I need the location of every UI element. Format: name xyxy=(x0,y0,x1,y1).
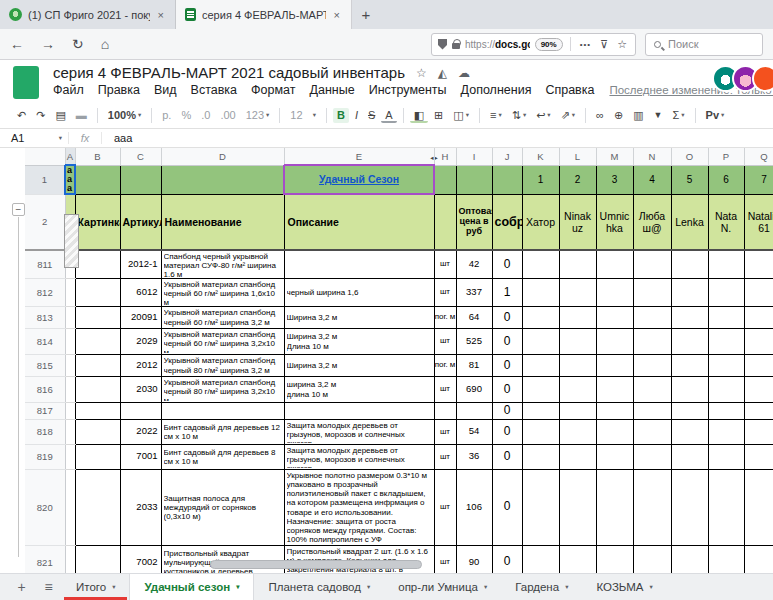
cell-E814[interactable]: Ширина 3,2 м Длина 10 м xyxy=(284,329,434,355)
cell-H814[interactable]: шт xyxy=(434,329,456,355)
cell-D813[interactable]: Укрывной материал спанбонд черный 60 г/м… xyxy=(161,307,284,329)
cell-I2[interactable]: Оптовая цена в руб xyxy=(456,194,492,250)
cell-J813[interactable]: 0 xyxy=(492,307,522,329)
name-box[interactable]: A1▾ xyxy=(0,132,68,144)
cell-E816[interactable]: ширина 3,2 м длина 10 м xyxy=(284,377,434,403)
cell-E1[interactable]: Удачный Сезон xyxy=(284,165,434,194)
cell-Q818[interactable] xyxy=(744,419,773,444)
cell-B2[interactable]: Картинка xyxy=(75,194,120,250)
forward-button[interactable]: → xyxy=(41,37,55,51)
cell-P1[interactable]: 6 xyxy=(708,165,744,194)
zoom-badge[interactable]: 90% xyxy=(535,38,563,51)
insert-chart-icon[interactable]: ▥ xyxy=(629,108,647,123)
new-tab-button[interactable]: + xyxy=(352,0,380,29)
select-all-corner[interactable] xyxy=(25,148,65,165)
cell-D820[interactable]: Защитная полоса для междурядий от сорняк… xyxy=(161,469,284,545)
column-header-A[interactable]: A xyxy=(65,148,75,165)
cell-C814[interactable]: 2029 xyxy=(120,329,161,355)
cell-M818[interactable] xyxy=(596,419,633,444)
cell-K813[interactable] xyxy=(522,307,559,329)
insert-comment-icon[interactable]: ⊕ xyxy=(610,108,627,123)
collapse-group-button[interactable]: − xyxy=(12,203,25,216)
formula-input[interactable]: aaa xyxy=(102,132,132,144)
sheets-logo-icon[interactable] xyxy=(13,66,39,99)
cell-B813[interactable] xyxy=(75,307,120,329)
star-document-icon[interactable]: ☆ xyxy=(416,66,427,80)
cell-D811[interactable]: Спанбонд черный укрывной материал СУФ-80… xyxy=(161,250,284,279)
cell-P820[interactable] xyxy=(708,469,744,545)
cell-I818[interactable]: 54 xyxy=(456,419,492,444)
row-header-815[interactable]: 815 xyxy=(25,355,65,377)
font-size-select[interactable]: 12 ▾ xyxy=(286,108,320,123)
sheet-tab-kozma[interactable]: КОЗЬМА▾ xyxy=(582,574,666,600)
scroll-left-icon[interactable]: ‹ xyxy=(201,559,205,570)
cell-D2[interactable]: Наименование xyxy=(161,194,284,250)
cell-E812[interactable]: черный ширина 1,6 xyxy=(284,279,434,307)
paint-format-icon[interactable]: ▬ xyxy=(72,108,91,123)
cell-H819[interactable]: шт xyxy=(434,444,456,469)
column-header-L[interactable]: L xyxy=(559,148,596,165)
cell-H817[interactable] xyxy=(434,403,456,420)
column-header-Q[interactable]: Q xyxy=(744,148,773,165)
cell-D814[interactable]: Укрывной материал спанбонд черный 60 г/м… xyxy=(161,329,284,355)
cell-O812[interactable] xyxy=(671,279,708,307)
cell-N815[interactable] xyxy=(633,355,671,377)
row-header-821[interactable]: 821 xyxy=(25,545,65,573)
horizontal-align-icon[interactable]: ≡▾ xyxy=(486,108,506,123)
cell-B816[interactable] xyxy=(75,377,120,403)
cell-M819[interactable] xyxy=(596,444,633,469)
cell-I821[interactable]: 90 xyxy=(456,545,492,573)
home-button[interactable]: ⌂ xyxy=(101,37,109,51)
cell-H811[interactable]: шт xyxy=(434,250,456,279)
url-bar[interactable]: https://docs.google.com/spreadsheets/d/1… xyxy=(431,33,636,56)
cell-M814[interactable] xyxy=(596,329,633,355)
cell-Q814[interactable] xyxy=(744,329,773,355)
column-header-M[interactable]: M xyxy=(596,148,633,165)
cell-P814[interactable] xyxy=(708,329,744,355)
url-text[interactable]: https://docs.google.com/spreadsheets/d/1… xyxy=(465,39,530,50)
cell-O816[interactable] xyxy=(671,377,708,403)
row-header-819[interactable]: 819 xyxy=(25,444,65,469)
cell-N2[interactable]: Люба ш@ xyxy=(633,194,671,250)
image-placeholder[interactable] xyxy=(64,214,79,268)
cell-C818[interactable]: 2022 xyxy=(120,419,161,444)
cell-O817[interactable] xyxy=(671,403,708,420)
cell-P821[interactable] xyxy=(708,545,744,573)
cell-Q815[interactable] xyxy=(744,355,773,377)
cell-O1[interactable]: 5 xyxy=(671,165,708,194)
cell-O815[interactable] xyxy=(671,355,708,377)
reload-button[interactable]: ↻ xyxy=(72,37,84,51)
strikethrough-button[interactable]: S xyxy=(364,108,379,123)
hidden-columns-icon[interactable]: ▸ xyxy=(435,154,438,162)
cell-B815[interactable] xyxy=(75,355,120,377)
cell-K817[interactable] xyxy=(522,403,559,420)
column-header-O[interactable]: O xyxy=(671,148,708,165)
vertical-align-icon[interactable]: ⇅▾ xyxy=(508,108,530,123)
filter-icon[interactable]: ▼ xyxy=(650,109,667,122)
row-header-816[interactable]: 816 xyxy=(25,377,65,403)
cell-C812[interactable]: 6012 xyxy=(120,279,161,307)
cell-J812[interactable]: 1 xyxy=(492,279,522,307)
cell-E811[interactable] xyxy=(284,250,434,279)
horizontal-scrollbar[interactable]: ‹ xyxy=(201,559,422,570)
cell-B811[interactable] xyxy=(75,250,120,279)
column-header-C[interactable]: C xyxy=(120,148,161,165)
cell-M1[interactable]: 3 xyxy=(596,165,633,194)
cell-K819[interactable] xyxy=(522,444,559,469)
cell-L819[interactable] xyxy=(559,444,596,469)
sheet-tab-opr-li-umnitsa[interactable]: опр-ли Умница▾ xyxy=(384,574,501,600)
cell-K821[interactable] xyxy=(522,545,559,573)
cell-I814[interactable]: 525 xyxy=(456,329,492,355)
cell-I817[interactable] xyxy=(456,403,492,420)
percent-format-button[interactable]: % xyxy=(177,108,195,123)
cell-P812[interactable] xyxy=(708,279,744,307)
cell-C811[interactable]: 2012-1 xyxy=(120,250,161,279)
undo-icon[interactable]: ↶ xyxy=(13,108,30,123)
cell-K2[interactable]: Хатор xyxy=(522,194,559,250)
cell-L814[interactable] xyxy=(559,329,596,355)
borders-icon[interactable]: ⊞ xyxy=(430,108,447,123)
merge-cells-icon[interactable]: ◫▾ xyxy=(449,108,473,123)
cell-C817[interactable] xyxy=(120,403,161,420)
cell-N820[interactable] xyxy=(633,469,671,545)
cell-P2[interactable]: Nata N. xyxy=(708,194,744,250)
